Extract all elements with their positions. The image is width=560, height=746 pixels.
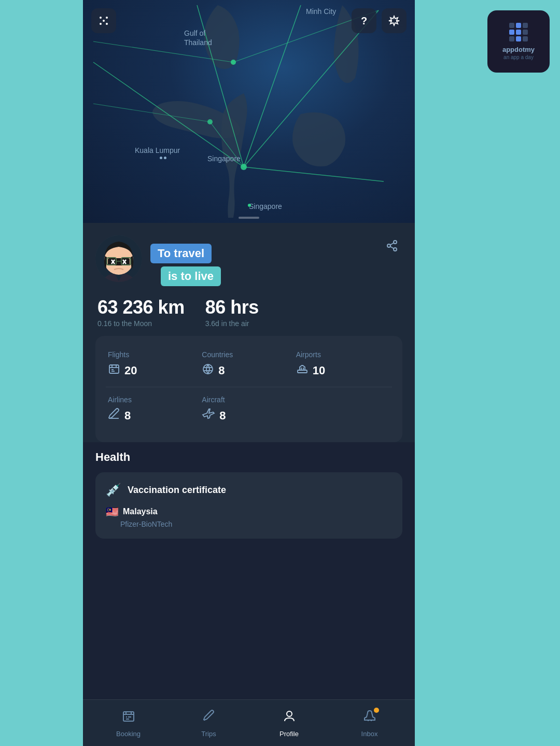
hours-sub: 3.6d in the air <box>205 319 259 328</box>
map-section: Minh City Gulf ofThailand Kuala Lumpur S… <box>83 0 415 223</box>
map-label-gulf: Gulf ofThailand <box>184 29 212 47</box>
flights-count: 20 <box>124 364 137 377</box>
vaccination-title: Vaccination certificate <box>128 485 226 496</box>
svg-point-13 <box>100 17 102 19</box>
airports-count: 10 <box>313 364 325 377</box>
svg-point-12 <box>103 20 105 22</box>
airports-cell: Airports 10 <box>296 346 390 387</box>
svg-point-14 <box>106 17 108 19</box>
logo-sub: an app a day <box>503 54 534 60</box>
countries-cell: Countries 8 <box>202 346 296 387</box>
vaccination-icon: 💉 <box>106 483 121 497</box>
map-label-medan: Kuala Lumpur <box>135 146 180 154</box>
svg-marker-17 <box>389 16 399 25</box>
logo-text: appdotmy <box>502 46 535 53</box>
share-button[interactable] <box>382 235 402 259</box>
countries-value-row: 8 <box>202 363 296 378</box>
flights-label: Flights <box>108 350 202 359</box>
airports-icon <box>296 363 309 378</box>
vaccine-name: Pfizer-BioNTech <box>106 520 392 528</box>
svg-rect-42 <box>298 370 307 373</box>
nav-item-inbox[interactable]: Inbox <box>329 709 410 738</box>
settings-button[interactable] <box>382 8 407 33</box>
countries-count: 8 <box>218 364 225 377</box>
map-label-minh-city: Minh City <box>306 7 336 16</box>
quote-area: To travel is to live <box>150 244 221 286</box>
appdotmy-logo: appdotmy an app a day <box>487 10 550 73</box>
trips-icon <box>202 709 216 727</box>
aircraft-value-row: 8 <box>202 408 296 424</box>
svg-rect-33 <box>109 365 119 373</box>
airlines-label: Airlines <box>108 396 202 404</box>
airports-value-row: 10 <box>296 363 390 378</box>
health-section: Health 💉 Vaccination certificate 🇲🇾 Mala… <box>83 451 415 539</box>
profile-section: To travel is to live 63 236 km 0.16 to t… <box>83 223 415 442</box>
health-title: Health <box>95 451 402 464</box>
svg-line-2 <box>244 5 301 167</box>
svg-point-39 <box>203 364 213 374</box>
countries-label: Countries <box>202 350 296 359</box>
hours-value: 86 hrs <box>205 297 259 318</box>
avatar-area: To travel is to live <box>95 235 402 286</box>
profile-icon <box>282 709 297 727</box>
inbox-icon <box>362 709 377 727</box>
aircraft-icon <box>202 408 215 424</box>
booking-icon <box>121 709 136 727</box>
drag-handle[interactable] <box>239 217 259 219</box>
health-card: 💉 Vaccination certificate 🇲🇾 Malaysia Pf… <box>95 472 402 539</box>
notification-dot <box>374 708 379 713</box>
bottom-nav: Booking Trips Profile Inbox <box>83 699 415 746</box>
aircraft-label: Aircraft <box>202 396 296 404</box>
map-label-singapore: Singapore <box>249 202 282 210</box>
airlines-icon <box>108 408 120 424</box>
quote-line1: To travel <box>150 244 212 263</box>
airlines-count: 8 <box>124 409 131 423</box>
stats-card: Flights 20 <box>95 336 402 442</box>
country-name: Malaysia <box>123 507 158 516</box>
aircraft-count: 8 <box>219 409 226 423</box>
flights-value-row: 20 <box>108 363 202 378</box>
aircraft-cell: Aircraft 8 <box>202 396 296 432</box>
avatar <box>95 235 142 282</box>
help-button[interactable]: ? <box>352 8 376 33</box>
airlines-cell: Airlines 8 <box>108 396 202 432</box>
airports-label: Airports <box>296 350 390 359</box>
vaccination-row: 💉 Vaccination certificate <box>106 483 392 497</box>
trips-label: Trips <box>201 730 216 738</box>
flights-cell: Flights 20 <box>108 346 202 387</box>
svg-rect-20 <box>108 258 130 265</box>
inbox-label: Inbox <box>361 730 378 738</box>
hours-stat: 86 hrs 3.6d in the air <box>205 297 259 328</box>
stats-divider <box>106 387 392 387</box>
country-flag: 🇲🇾 <box>106 505 119 518</box>
distance-stat: 63 236 km 0.16 to the Moon <box>97 297 185 328</box>
svg-point-16 <box>106 23 108 25</box>
main-stats-row: 63 236 km 0.16 to the Moon 86 hrs 3.6d i… <box>95 297 402 328</box>
app-container: Minh City Gulf ofThailand Kuala Lumpur S… <box>83 0 415 746</box>
nav-item-profile[interactable]: Profile <box>249 709 329 738</box>
svg-line-32 <box>390 243 394 245</box>
map-label-kl: Singapore <box>207 154 241 163</box>
nav-item-booking[interactable]: Booking <box>88 709 169 738</box>
svg-line-31 <box>390 247 394 249</box>
map-top-right-buttons: ? <box>352 8 407 33</box>
booking-label: Booking <box>116 730 141 738</box>
airlines-value-row: 8 <box>108 408 202 424</box>
map-control-button[interactable] <box>91 8 116 33</box>
map-svg <box>83 0 415 223</box>
distance-moon: 0.16 to the Moon <box>97 319 185 328</box>
profile-label: Profile <box>279 730 299 738</box>
nav-item-trips[interactable]: Trips <box>169 709 249 738</box>
country-row: 🇲🇾 Malaysia <box>106 505 392 518</box>
svg-line-5 <box>244 167 384 181</box>
distance-value: 63 236 km <box>97 297 185 318</box>
svg-point-53 <box>287 711 292 716</box>
empty-cell <box>296 396 390 432</box>
flights-icon <box>108 363 120 378</box>
countries-icon <box>202 363 214 378</box>
quote-line2: is to live <box>161 266 221 286</box>
svg-point-15 <box>100 23 102 25</box>
